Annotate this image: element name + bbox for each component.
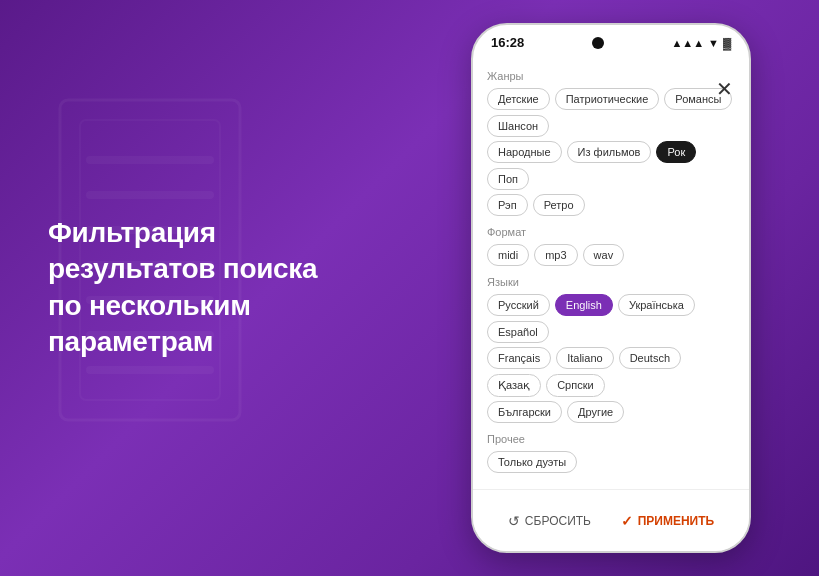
- tag-detskie[interactable]: Детские: [487, 88, 550, 110]
- reset-label: СБРОСИТЬ: [525, 514, 591, 528]
- other-row-1: Только дуэты: [487, 451, 735, 473]
- battery-icon: ▓: [723, 37, 731, 49]
- wifi-icon: ▼: [708, 37, 719, 49]
- tag-russian[interactable]: Русский: [487, 294, 550, 316]
- languages-row-1: Русский English Українська Español: [487, 294, 735, 343]
- tag-rep[interactable]: Рэп: [487, 194, 528, 216]
- tag-italiano[interactable]: Italiano: [556, 347, 613, 369]
- hero-text: Фильтрация результатов поиска по несколь…: [48, 215, 388, 361]
- tag-drugie[interactable]: Другие: [567, 401, 624, 423]
- tag-patrioticheskie[interactable]: Патриотические: [555, 88, 660, 110]
- close-button[interactable]: ✕: [716, 77, 733, 101]
- tag-narodnye[interactable]: Народные: [487, 141, 562, 163]
- tag-english[interactable]: English: [555, 294, 613, 316]
- bottom-action-bar: ↺ СБРОСИТЬ ✓ ПРИМЕНИТЬ: [473, 489, 749, 551]
- status-bar: 16:28 ▲▲▲ ▼ ▓: [473, 25, 749, 56]
- languages-row-3: Български Другие: [487, 401, 735, 423]
- tag-wav[interactable]: wav: [583, 244, 625, 266]
- tag-deutsch[interactable]: Deutsch: [619, 347, 681, 369]
- tag-midi[interactable]: midi: [487, 244, 529, 266]
- tag-ukrainian[interactable]: Українська: [618, 294, 695, 316]
- genres-section-title: Жанры: [487, 70, 735, 82]
- apply-button[interactable]: ✓ ПРИМЕНИТЬ: [621, 513, 715, 529]
- tag-pop[interactable]: Поп: [487, 168, 529, 190]
- format-section-title: Формат: [487, 226, 735, 238]
- status-time: 16:28: [491, 35, 524, 50]
- phone-frame: 16:28 ▲▲▲ ▼ ▓ ✕ Жанры Детские Патриотиче…: [471, 23, 751, 553]
- tag-francais[interactable]: Français: [487, 347, 551, 369]
- reset-icon: ↺: [508, 513, 520, 529]
- tag-duets-only[interactable]: Только дуэты: [487, 451, 577, 473]
- tag-balgarski[interactable]: Български: [487, 401, 562, 423]
- apply-icon: ✓: [621, 513, 633, 529]
- tag-srpski[interactable]: Српски: [546, 374, 604, 397]
- apply-label: ПРИМЕНИТЬ: [638, 514, 715, 528]
- phone-mockup: 16:28 ▲▲▲ ▼ ▓ ✕ Жанры Детские Патриотиче…: [471, 23, 751, 553]
- filter-content: Жанры Детские Патриотические Романсы Шан…: [473, 56, 749, 482]
- tag-espanol[interactable]: Español: [487, 321, 549, 343]
- signal-icon: ▲▲▲: [671, 37, 704, 49]
- format-row-1: midi mp3 wav: [487, 244, 735, 266]
- tag-retro[interactable]: Ретро: [533, 194, 585, 216]
- tag-shanson[interactable]: Шансон: [487, 115, 549, 137]
- reset-button[interactable]: ↺ СБРОСИТЬ: [508, 513, 591, 529]
- status-icons: ▲▲▲ ▼ ▓: [671, 37, 731, 49]
- languages-section-title: Языки: [487, 276, 735, 288]
- genres-row-1: Детские Патриотические Романсы Шансон: [487, 88, 735, 137]
- languages-row-2: Français Italiano Deutsch Қазақ Српски: [487, 347, 735, 397]
- genres-row-3: Рэп Ретро: [487, 194, 735, 216]
- tag-iz-filmov[interactable]: Из фильмов: [567, 141, 652, 163]
- tag-kazakh[interactable]: Қазақ: [487, 374, 541, 397]
- tag-rok[interactable]: Рок: [656, 141, 696, 163]
- notch: [592, 37, 604, 49]
- genres-row-2: Народные Из фильмов Рок Поп: [487, 141, 735, 190]
- other-section-title: Прочее: [487, 433, 735, 445]
- tag-mp3[interactable]: mp3: [534, 244, 577, 266]
